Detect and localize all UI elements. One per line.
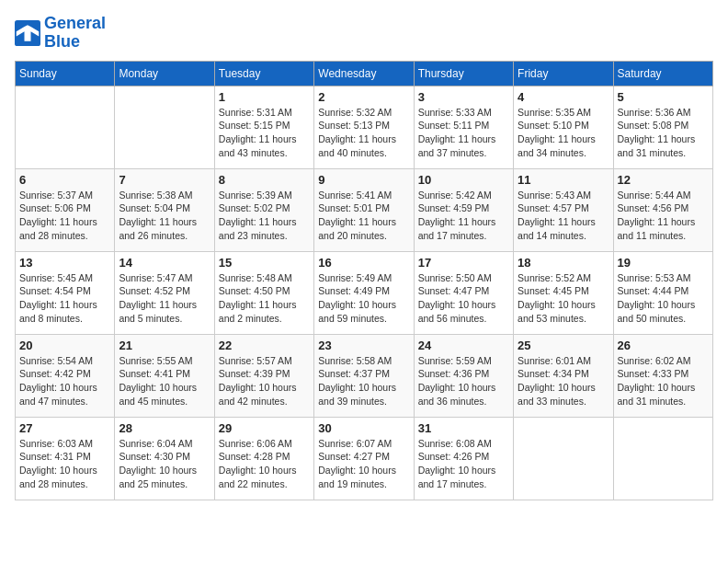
day-info: Sunrise: 5:33 AM Sunset: 5:11 PM Dayligh… bbox=[418, 106, 509, 160]
calendar-cell: 23Sunrise: 5:58 AM Sunset: 4:37 PM Dayli… bbox=[314, 334, 414, 417]
day-info: Sunrise: 5:47 AM Sunset: 4:52 PM Dayligh… bbox=[119, 271, 210, 326]
day-number: 8 bbox=[219, 173, 310, 187]
calendar-cell bbox=[16, 86, 115, 168]
day-number: 27 bbox=[19, 421, 110, 435]
day-info: Sunrise: 5:45 AM Sunset: 4:54 PM Dayligh… bbox=[19, 271, 110, 326]
header-cell-monday: Monday bbox=[115, 61, 214, 86]
calendar-cell: 11Sunrise: 5:43 AM Sunset: 4:57 PM Dayli… bbox=[514, 168, 613, 251]
calendar-cell: 28Sunrise: 6:04 AM Sunset: 4:30 PM Dayli… bbox=[115, 417, 214, 500]
day-number: 28 bbox=[119, 421, 210, 435]
day-number: 4 bbox=[518, 90, 609, 104]
page-header: General Blue bbox=[15, 15, 713, 52]
day-info: Sunrise: 6:06 AM Sunset: 4:28 PM Dayligh… bbox=[219, 437, 310, 491]
calendar-cell bbox=[514, 417, 613, 500]
day-number: 13 bbox=[19, 256, 110, 270]
week-row-5: 27Sunrise: 6:03 AM Sunset: 4:31 PM Dayli… bbox=[16, 417, 713, 500]
calendar-cell: 18Sunrise: 5:52 AM Sunset: 4:45 PM Dayli… bbox=[514, 251, 613, 334]
day-number: 29 bbox=[219, 421, 310, 435]
calendar-cell: 13Sunrise: 5:45 AM Sunset: 4:54 PM Dayli… bbox=[16, 251, 115, 334]
day-info: Sunrise: 5:35 AM Sunset: 5:10 PM Dayligh… bbox=[518, 106, 609, 160]
day-info: Sunrise: 5:42 AM Sunset: 4:59 PM Dayligh… bbox=[418, 189, 509, 243]
calendar-cell: 12Sunrise: 5:44 AM Sunset: 4:56 PM Dayli… bbox=[613, 168, 712, 251]
week-row-1: 1Sunrise: 5:31 AM Sunset: 5:15 PM Daylig… bbox=[16, 86, 713, 168]
calendar-table: SundayMondayTuesdayWednesdayThursdayFrid… bbox=[15, 61, 713, 500]
day-info: Sunrise: 6:03 AM Sunset: 4:31 PM Dayligh… bbox=[19, 437, 110, 491]
day-number: 31 bbox=[418, 421, 509, 435]
day-info: Sunrise: 5:50 AM Sunset: 4:47 PM Dayligh… bbox=[418, 271, 509, 326]
day-number: 9 bbox=[318, 173, 409, 187]
day-number: 15 bbox=[219, 256, 310, 270]
day-number: 5 bbox=[618, 90, 709, 104]
logo-icon bbox=[15, 20, 40, 46]
calendar-cell: 6Sunrise: 5:37 AM Sunset: 5:06 PM Daylig… bbox=[16, 168, 115, 251]
calendar-cell: 31Sunrise: 6:08 AM Sunset: 4:26 PM Dayli… bbox=[414, 417, 513, 500]
calendar-cell: 30Sunrise: 6:07 AM Sunset: 4:27 PM Dayli… bbox=[314, 417, 414, 500]
day-info: Sunrise: 5:32 AM Sunset: 5:13 PM Dayligh… bbox=[318, 106, 409, 160]
header-cell-friday: Friday bbox=[514, 61, 613, 86]
day-number: 7 bbox=[119, 173, 210, 187]
calendar-cell: 27Sunrise: 6:03 AM Sunset: 4:31 PM Dayli… bbox=[16, 417, 115, 500]
day-info: Sunrise: 5:41 AM Sunset: 5:01 PM Dayligh… bbox=[318, 189, 409, 243]
calendar-cell: 19Sunrise: 5:53 AM Sunset: 4:44 PM Dayli… bbox=[613, 251, 712, 334]
day-info: Sunrise: 5:58 AM Sunset: 4:37 PM Dayligh… bbox=[318, 354, 409, 408]
day-number: 30 bbox=[318, 421, 409, 435]
calendar-cell: 16Sunrise: 5:49 AM Sunset: 4:49 PM Dayli… bbox=[314, 251, 414, 334]
calendar-cell: 7Sunrise: 5:38 AM Sunset: 5:04 PM Daylig… bbox=[115, 168, 214, 251]
day-info: Sunrise: 5:38 AM Sunset: 5:04 PM Dayligh… bbox=[119, 189, 210, 243]
day-number: 12 bbox=[618, 173, 709, 187]
day-number: 18 bbox=[518, 256, 609, 270]
calendar-cell bbox=[115, 86, 214, 168]
calendar-cell bbox=[613, 417, 712, 500]
day-info: Sunrise: 5:57 AM Sunset: 4:39 PM Dayligh… bbox=[219, 354, 310, 408]
day-info: Sunrise: 6:01 AM Sunset: 4:34 PM Dayligh… bbox=[518, 354, 609, 408]
calendar-cell: 9Sunrise: 5:41 AM Sunset: 5:01 PM Daylig… bbox=[314, 168, 414, 251]
calendar-cell: 25Sunrise: 6:01 AM Sunset: 4:34 PM Dayli… bbox=[514, 334, 613, 417]
day-info: Sunrise: 5:36 AM Sunset: 5:08 PM Dayligh… bbox=[618, 106, 709, 160]
calendar-cell: 24Sunrise: 5:59 AM Sunset: 4:36 PM Dayli… bbox=[414, 334, 513, 417]
day-number: 25 bbox=[518, 339, 609, 352]
day-number: 10 bbox=[418, 173, 509, 187]
day-info: Sunrise: 5:52 AM Sunset: 4:45 PM Dayligh… bbox=[518, 271, 609, 326]
day-info: Sunrise: 5:59 AM Sunset: 4:36 PM Dayligh… bbox=[418, 354, 509, 408]
day-number: 20 bbox=[19, 339, 110, 352]
week-row-3: 13Sunrise: 5:45 AM Sunset: 4:54 PM Dayli… bbox=[16, 251, 713, 334]
logo: General Blue bbox=[15, 15, 106, 52]
header-cell-tuesday: Tuesday bbox=[214, 61, 313, 86]
calendar-cell: 5Sunrise: 5:36 AM Sunset: 5:08 PM Daylig… bbox=[613, 86, 712, 168]
calendar-cell: 29Sunrise: 6:06 AM Sunset: 4:28 PM Dayli… bbox=[214, 417, 313, 500]
day-number: 26 bbox=[618, 339, 709, 352]
header-row: SundayMondayTuesdayWednesdayThursdayFrid… bbox=[16, 61, 713, 86]
day-info: Sunrise: 6:02 AM Sunset: 4:33 PM Dayligh… bbox=[618, 354, 709, 408]
day-info: Sunrise: 5:55 AM Sunset: 4:41 PM Dayligh… bbox=[119, 354, 210, 408]
calendar-cell: 1Sunrise: 5:31 AM Sunset: 5:15 PM Daylig… bbox=[214, 86, 313, 168]
calendar-cell: 20Sunrise: 5:54 AM Sunset: 4:42 PM Dayli… bbox=[16, 334, 115, 417]
day-info: Sunrise: 6:08 AM Sunset: 4:26 PM Dayligh… bbox=[418, 437, 509, 491]
week-row-4: 20Sunrise: 5:54 AM Sunset: 4:42 PM Dayli… bbox=[16, 334, 713, 417]
day-info: Sunrise: 5:49 AM Sunset: 4:49 PM Dayligh… bbox=[318, 271, 409, 326]
day-number: 23 bbox=[318, 339, 409, 352]
calendar-cell: 22Sunrise: 5:57 AM Sunset: 4:39 PM Dayli… bbox=[214, 334, 313, 417]
day-number: 24 bbox=[418, 339, 509, 352]
day-number: 2 bbox=[318, 90, 409, 104]
calendar-cell: 17Sunrise: 5:50 AM Sunset: 4:47 PM Dayli… bbox=[414, 251, 513, 334]
calendar-cell: 14Sunrise: 5:47 AM Sunset: 4:52 PM Dayli… bbox=[115, 251, 214, 334]
day-info: Sunrise: 5:43 AM Sunset: 4:57 PM Dayligh… bbox=[518, 189, 609, 243]
day-number: 17 bbox=[418, 256, 509, 270]
day-number: 1 bbox=[219, 90, 310, 104]
day-info: Sunrise: 5:44 AM Sunset: 4:56 PM Dayligh… bbox=[618, 189, 709, 243]
day-info: Sunrise: 6:04 AM Sunset: 4:30 PM Dayligh… bbox=[119, 437, 210, 491]
calendar-cell: 4Sunrise: 5:35 AM Sunset: 5:10 PM Daylig… bbox=[514, 86, 613, 168]
day-number: 6 bbox=[19, 173, 110, 187]
day-number: 19 bbox=[618, 256, 709, 270]
header-cell-wednesday: Wednesday bbox=[314, 61, 414, 86]
header-cell-thursday: Thursday bbox=[414, 61, 513, 86]
week-row-2: 6Sunrise: 5:37 AM Sunset: 5:06 PM Daylig… bbox=[16, 168, 713, 251]
day-number: 22 bbox=[219, 339, 310, 352]
day-info: Sunrise: 5:39 AM Sunset: 5:02 PM Dayligh… bbox=[219, 189, 310, 243]
day-info: Sunrise: 5:31 AM Sunset: 5:15 PM Dayligh… bbox=[219, 106, 310, 160]
calendar-cell: 10Sunrise: 5:42 AM Sunset: 4:59 PM Dayli… bbox=[414, 168, 513, 251]
calendar-cell: 26Sunrise: 6:02 AM Sunset: 4:33 PM Dayli… bbox=[613, 334, 712, 417]
calendar-cell: 15Sunrise: 5:48 AM Sunset: 4:50 PM Dayli… bbox=[214, 251, 313, 334]
day-number: 16 bbox=[318, 256, 409, 270]
calendar-cell: 3Sunrise: 5:33 AM Sunset: 5:11 PM Daylig… bbox=[414, 86, 513, 168]
